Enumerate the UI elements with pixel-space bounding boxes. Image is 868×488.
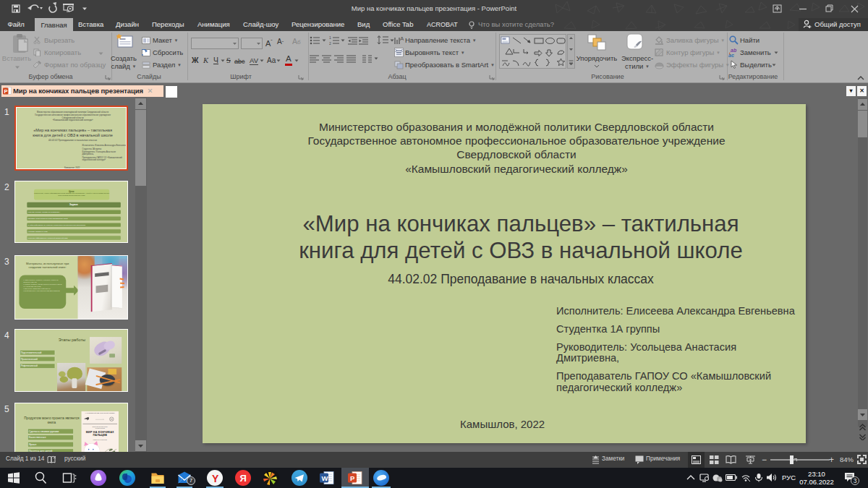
svg-text:P: P [4,88,8,95]
svg-text:1: 1 [329,36,331,40]
svg-text:P: P [350,474,355,482]
svg-text:A: A [400,35,404,42]
svg-text:2: 2 [329,41,331,45]
svg-text:W: W [322,474,328,482]
